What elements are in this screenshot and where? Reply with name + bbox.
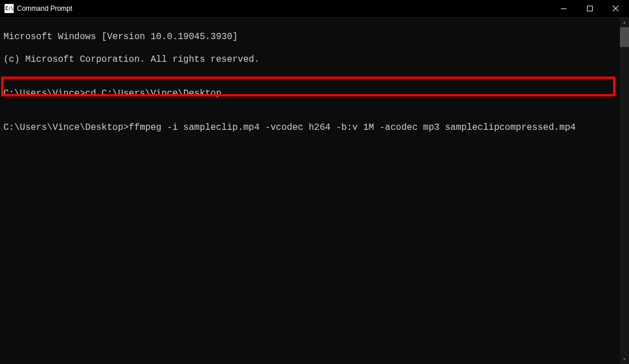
window-controls (551, 0, 629, 17)
titlebar-left: C:\ Command Prompt (5, 4, 72, 13)
command-text-1: cd C:\Users\Vince\Desktop (85, 88, 221, 99)
scroll-down-arrow-icon[interactable]: ▼ (620, 354, 629, 364)
command-text-2: ffmpeg -i sampleclip.mp4 -vcodec h264 -b… (129, 122, 576, 133)
scroll-up-arrow-icon[interactable]: ▲ (620, 18, 629, 27)
scroll-thumb[interactable] (620, 27, 629, 47)
terminal-output[interactable]: Microsoft Windows [Version 10.0.19045.39… (0, 18, 629, 147)
minimize-icon (561, 9, 567, 9)
version-line: Microsoft Windows [Version 10.0.19045.39… (3, 31, 626, 43)
close-button[interactable] (603, 0, 629, 17)
prompt-2: C:\Users\Vince\Desktop> (3, 122, 129, 133)
cmd-prompt-icon: C:\ (5, 4, 14, 13)
close-icon (613, 5, 619, 12)
copyright-line: (c) Microsoft Corporation. All rights re… (3, 54, 626, 65)
maximize-icon (587, 6, 593, 11)
vertical-scrollbar[interactable]: ▲ ▼ (620, 18, 629, 364)
minimize-button[interactable] (551, 0, 577, 17)
maximize-button[interactable] (577, 0, 603, 17)
command-line-1: C:\Users\Vince>cd C:\Users\Vince\Desktop (3, 88, 626, 99)
window-title: Command Prompt (17, 5, 72, 12)
prompt-1: C:\Users\Vince> (3, 88, 85, 99)
command-line-2: C:\Users\Vince\Desktop>ffmpeg -i samplec… (3, 122, 626, 133)
titlebar: C:\ Command Prompt (0, 0, 629, 18)
